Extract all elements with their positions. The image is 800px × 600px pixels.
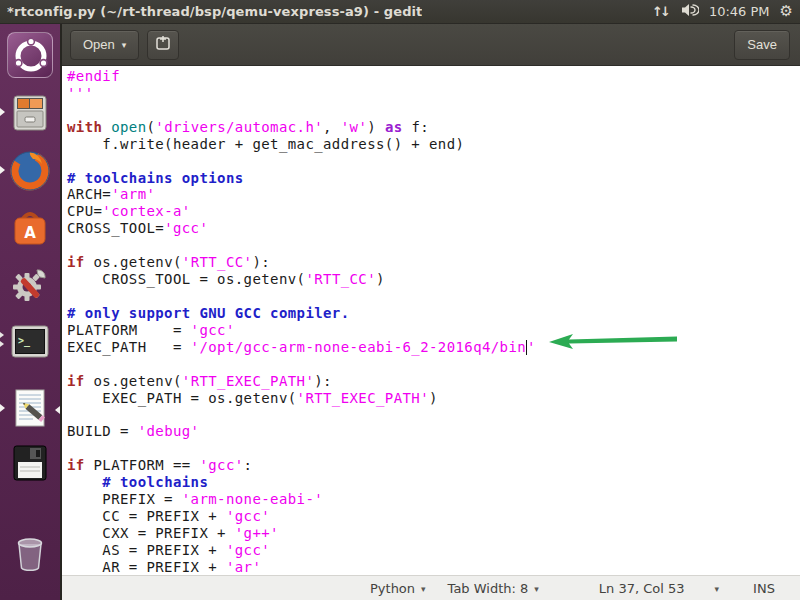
ubuntu-logo-icon [8,33,52,79]
svg-text:A: A [24,224,36,242]
session-gear-icon[interactable]: ⚙ [780,4,793,19]
terminal-icon: >_ [7,319,53,365]
software-bag-icon: A [7,205,53,251]
trash-icon [7,528,53,574]
clock[interactable]: 10:46 PM [709,4,770,19]
desktop: *rtconfig.py (~/rt-thread/bsp/qemu-vexpr… [0,0,800,600]
save-button[interactable]: Save [734,30,790,60]
launcher-item-gedit[interactable] [7,385,53,431]
gear-wrench-icon [7,262,53,308]
running-indicator [0,332,4,338]
open-button[interactable]: Open ▾ [70,30,139,60]
top-panel: *rtconfig.py (~/rt-thread/bsp/qemu-vexpr… [0,0,800,24]
firefox-icon [7,148,53,194]
chevron-down-icon: ▾ [421,583,426,594]
annotation-arrow [548,332,680,354]
launcher-item-ubuntu-software[interactable]: A [7,205,53,251]
window-title: *rtconfig.py (~/rt-thread/bsp/qemu-vexpr… [7,4,422,19]
unity-launcher: A [0,24,60,600]
svg-text:>_: >_ [18,335,31,347]
running-indicator [0,341,4,347]
volume-icon[interactable] [681,2,699,21]
launcher-item-floppy-disk[interactable] [7,440,53,486]
chevron-down-icon: ▾ [715,583,720,594]
text-editor-paper-pencil-icon [7,385,53,431]
running-indicator [0,166,5,174]
position-dropdown[interactable]: ▾ [715,583,720,594]
launcher-item-trash[interactable] [7,528,53,574]
file-cabinet-icon [7,90,53,136]
gedit-toolbar: Open ▾ Save [62,24,800,66]
chevron-down-icon: ▾ [534,583,539,594]
status-bar: Python ▾ Tab Width: 8 ▾ Ln 37, Col 53 ▾ … [62,575,800,600]
launcher-item-files[interactable] [7,90,53,136]
network-updown-icon[interactable]: ↑↓ [652,4,671,19]
cursor-position: Ln 37, Col 53 [599,581,685,596]
new-tab-icon [155,35,171,54]
gedit-window: Open ▾ Save #endif''' with open('drivers… [60,24,800,600]
launcher-item-ubuntu-dash[interactable] [7,32,53,78]
editor-pane[interactable]: #endif''' with open('drivers/automac.h',… [62,66,800,575]
launcher-item-firefox[interactable] [7,148,53,194]
running-indicator [0,404,5,412]
chevron-down-icon: ▾ [122,39,127,50]
language-selector[interactable]: Python ▾ [370,581,426,596]
launcher-item-system-settings[interactable] [7,262,53,308]
tab-width-selector[interactable]: Tab Width: 8 ▾ [448,581,539,596]
insert-mode-indicator: INS [753,581,775,596]
floppy-disk-icon [7,440,53,486]
launcher-item-terminal[interactable]: >_ [7,319,53,365]
code-area: #endif''' with open('drivers/automac.h',… [62,66,800,575]
new-document-button[interactable] [147,30,179,60]
running-indicator [0,108,5,116]
